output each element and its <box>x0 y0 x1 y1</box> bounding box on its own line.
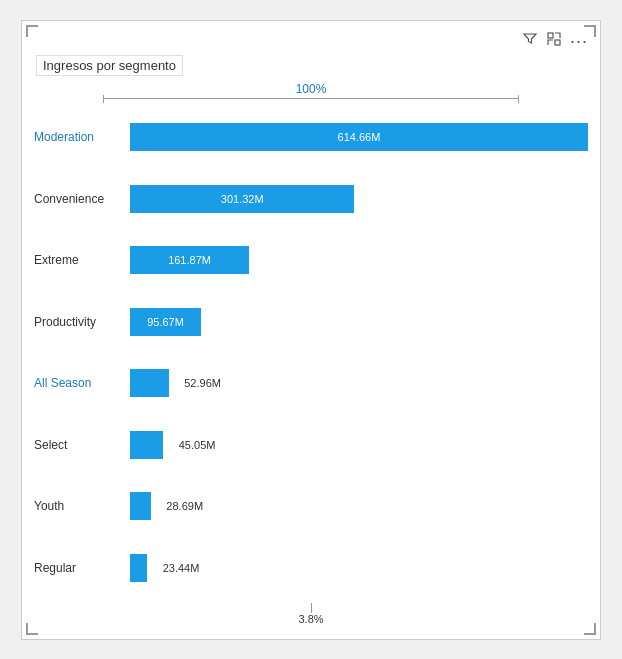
bar-track: 23.44M <box>130 550 588 586</box>
row-label: Youth <box>34 499 124 513</box>
bar: 45.05M <box>130 431 163 459</box>
bar-row: Youth28.69M <box>34 488 588 524</box>
bar-track: 161.87M <box>130 242 588 278</box>
bar-value-inside: 95.67M <box>143 316 188 328</box>
bar: 301.32M <box>130 185 354 213</box>
svg-rect-1 <box>555 40 560 45</box>
bar-track: 52.96M <box>130 365 588 401</box>
top-axis-line <box>103 98 519 99</box>
bar-value-outside: 52.96M <box>184 377 221 389</box>
bar-row: Extreme161.87M <box>34 242 588 278</box>
bar-row: Select45.05M <box>34 427 588 463</box>
bar: 614.66M <box>130 123 588 151</box>
chart-card: ··· Ingresos por segmento 100% Moderatio… <box>21 20 601 640</box>
bar-row: Productivity95.67M <box>34 304 588 340</box>
corner-br <box>584 623 596 635</box>
row-label: Regular <box>34 561 124 575</box>
bar-track: 95.67M <box>130 304 588 340</box>
bar-value-outside: 28.69M <box>166 500 203 512</box>
row-label: Convenience <box>34 192 124 206</box>
bar: 161.87M <box>130 246 249 274</box>
bar-value-outside: 23.44M <box>163 562 200 574</box>
chart-area: 100% Moderation614.66MConvenience301.32M… <box>34 82 588 625</box>
corner-bl <box>26 623 38 635</box>
bar-track: 28.69M <box>130 488 588 524</box>
corner-tl <box>26 25 38 37</box>
bottom-percent-label: 3.8% <box>298 613 323 625</box>
bar-row: Convenience301.32M <box>34 181 588 217</box>
row-label: All Season <box>34 376 124 390</box>
bar: 23.44M <box>130 554 147 582</box>
bar: 52.96M <box>130 369 169 397</box>
bar: 95.67M <box>130 308 201 336</box>
bar-track: 301.32M <box>130 181 588 217</box>
filter-icon[interactable] <box>522 31 538 51</box>
bar-value-outside: 45.05M <box>179 439 216 451</box>
bars-container: Moderation614.66MConvenience301.32MExtre… <box>34 107 588 599</box>
toolbar: ··· <box>34 31 588 51</box>
bar-track: 614.66M <box>130 119 588 155</box>
corner-tr <box>584 25 596 37</box>
svg-rect-0 <box>548 33 553 38</box>
bottom-axis-area: 3.8% <box>34 603 588 625</box>
top-percent-label: 100% <box>34 82 588 96</box>
bar-track: 45.05M <box>130 427 588 463</box>
bar-value-inside: 301.32M <box>217 193 268 205</box>
chart-title: Ingresos por segmento <box>36 55 183 76</box>
bar-value-inside: 614.66M <box>334 131 385 143</box>
bar-row: Moderation614.66M <box>34 119 588 155</box>
row-label: Productivity <box>34 315 124 329</box>
row-label: Extreme <box>34 253 124 267</box>
bar-row: Regular23.44M <box>34 550 588 586</box>
row-label: Select <box>34 438 124 452</box>
bottom-tick <box>311 603 312 613</box>
bar-row: All Season52.96M <box>34 365 588 401</box>
row-label: Moderation <box>34 130 124 144</box>
focus-mode-icon[interactable] <box>546 31 562 51</box>
bar-value-inside: 161.87M <box>164 254 215 266</box>
bar: 28.69M <box>130 492 151 520</box>
